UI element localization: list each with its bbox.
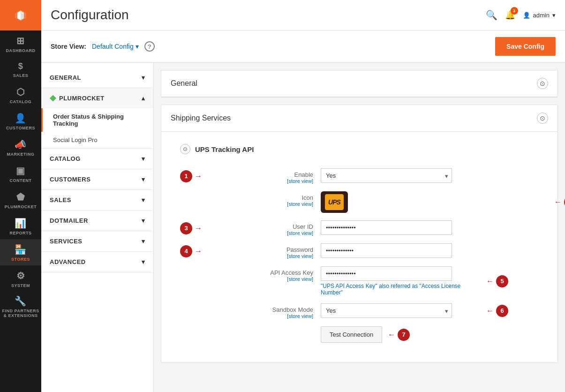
sidebar-item-content[interactable]: ▣ CONTENT [0, 160, 41, 187]
sidebar-item-label: DASHBOARD [6, 48, 36, 53]
search-icon[interactable]: 🔍 [486, 9, 497, 21]
nav-section-customers-label: CUSTOMERS [50, 176, 90, 183]
nav-section-catalog-header[interactable]: CATALOG ▾ [41, 149, 153, 169]
nav-item-order-status[interactable]: Order Status & Shipping Tracking [41, 108, 153, 132]
save-config-button[interactable]: Save Config [495, 37, 556, 56]
sandbox-select[interactable]: Yes No [321, 303, 452, 318]
badge-3: 3 [180, 222, 192, 234]
api-key-label: API Access Key [store view] [227, 266, 321, 282]
sidebar-item-catalog[interactable]: ⬡ CATALOG [0, 82, 41, 108]
storeview-select[interactable]: Default Config ▾ [92, 43, 139, 50]
page-title: Configuration [51, 8, 129, 23]
ups-section: ⊙ UPS Tracking API 1 → Enable [store [171, 139, 548, 355]
enable-select[interactable]: Yes No [321, 168, 452, 183]
chevron-down-icon: ▾ [142, 238, 145, 245]
admin-avatar-icon: 👤 [523, 12, 530, 19]
nav-section-dotmailer-label: DOTMAILER [50, 217, 88, 224]
help-icon[interactable]: ? [144, 41, 155, 52]
arrow-6: ← [486, 307, 494, 315]
password-input[interactable] [321, 243, 452, 258]
admin-dropdown-icon: ▾ [552, 12, 556, 19]
nav-section-advanced: ADVANCED ▾ [41, 252, 153, 272]
sidebar-item-plumrocket[interactable]: ⬟ PLUMROCKET [0, 187, 41, 213]
test-connection-button[interactable]: Test Connection [321, 326, 382, 343]
topbar-actions: 🔍 🔔 3 👤 admin ▾ [486, 9, 556, 21]
config-section-shipping: Shipping Services ⊙ ⊙ UPS Tracking API [161, 105, 558, 363]
section-shipping-title: Shipping Services [171, 114, 231, 122]
userid-control [321, 220, 471, 235]
nav-section-general: GENERAL ▾ [41, 68, 153, 88]
sidebar-item-find-partners[interactable]: 🔧 FIND PARTNERS & EXTENSIONS [0, 292, 41, 322]
chevron-down-icon: ▾ [142, 74, 145, 81]
nav-section-customers-header[interactable]: CUSTOMERS ▾ [41, 169, 153, 189]
content-area: GENERAL ▾ PLUMROCKET ▴ Order Status & Sh… [41, 63, 565, 392]
nav-item-social-login[interactable]: Social Login Pro [41, 132, 153, 148]
nav-section-dotmailer-header[interactable]: DOTMAILER ▾ [41, 211, 153, 231]
password-label: Password [store view] [227, 243, 321, 259]
sidebar-item-reports[interactable]: 📊 REPORTS [0, 213, 41, 239]
sidebar-item-sales[interactable]: $ SALES [0, 57, 41, 82]
sidebar-item-label: CONTENT [10, 178, 32, 183]
admin-username: admin [533, 12, 550, 19]
bell-icon[interactable]: 🔔 3 [505, 10, 515, 20]
sidebar-item-dashboard[interactable]: ⊞ DASHBOARD [0, 30, 41, 57]
badge-5: 5 [496, 275, 508, 287]
admin-user-menu[interactable]: 👤 admin ▾ [523, 12, 556, 19]
form-row-api-key: API Access Key [store view] ← 5 "UPS API… [180, 266, 539, 296]
sandbox-control: Yes No ▾ ← 6 [321, 303, 471, 318]
api-key-control: ← 5 "UPS API Access Key" also referred a… [321, 266, 471, 296]
userid-input[interactable] [321, 220, 452, 235]
sidebar-item-label: SYSTEM [11, 283, 30, 288]
section-shipping-header[interactable]: Shipping Services ⊙ [161, 105, 557, 132]
config-section-general: General ⊙ [161, 70, 558, 98]
sidebar-item-label: MARKETING [7, 152, 35, 157]
badge-1: 1 [180, 170, 192, 182]
topbar: Configuration 🔍 🔔 3 👤 admin ▾ [41, 0, 565, 30]
form-row-userid: 3 → User ID [store view] [180, 220, 539, 236]
nav-section-sales-header[interactable]: SALES ▾ [41, 190, 153, 210]
section-general-title: General [171, 79, 197, 88]
nav-section-advanced-label: ADVANCED [50, 258, 86, 265]
api-key-input[interactable] [321, 266, 452, 281]
arrow-5: ← [486, 277, 494, 286]
storeview-left: Store View: Default Config ▾ ? [51, 41, 155, 52]
shipping-collapse-icon[interactable]: ⊙ [537, 113, 548, 124]
general-collapse-icon[interactable]: ⊙ [537, 78, 548, 89]
sidebar-item-label: CUSTOMERS [6, 126, 35, 130]
api-key-hint: "UPS API Access Key" also referred as "A… [321, 283, 471, 296]
ups-title: UPS Tracking API [195, 145, 254, 153]
badge-4: 4 [180, 245, 192, 257]
dashboard-icon: ⊞ [16, 35, 25, 46]
storeview-label: Store View: [51, 43, 86, 50]
main-content: Configuration 🔍 🔔 3 👤 admin ▾ Store View… [41, 0, 565, 392]
enable-control: Yes No ▾ [321, 168, 471, 183]
nav-section-catalog-label: CATALOG [50, 155, 81, 162]
nav-section-plumrocket-label: PLUMROCKET [59, 95, 105, 102]
sidebar-item-stores[interactable]: 🏪 STORES [0, 239, 41, 265]
sidebar-item-system[interactable]: ⚙ SYSTEM [0, 265, 41, 292]
chevron-up-icon: ▴ [142, 95, 145, 102]
nav-section-sales: SALES ▾ [41, 190, 153, 211]
sandbox-label: Sandbox Mode [store view] [227, 303, 321, 319]
nav-section-general-label: GENERAL [50, 74, 81, 81]
sidebar-item-marketing[interactable]: 📣 MARKETING [0, 134, 41, 160]
ups-header: ⊙ UPS Tracking API [180, 144, 539, 159]
section-general-header[interactable]: General ⊙ [161, 70, 557, 97]
sidebar-item-label: PLUMROCKET [5, 204, 37, 209]
form-row-icon: Icon [store view] UPS ← 2 [180, 191, 539, 213]
sidebar-item-customers[interactable]: 👤 CUSTOMERS [0, 108, 41, 134]
sidebar: ⊞ DASHBOARD $ SALES ⬡ CATALOG 👤 CUSTOMER… [0, 0, 41, 392]
nav-section-advanced-header[interactable]: ADVANCED ▾ [41, 252, 153, 272]
find-partners-icon: 🔧 [15, 295, 27, 307]
sidebar-item-label: FIND PARTNERS & EXTENSIONS [2, 309, 39, 318]
magento-logo [0, 0, 41, 30]
nav-section-services-header[interactable]: SERVICES ▾ [41, 231, 153, 251]
nav-section-general-header[interactable]: GENERAL ▾ [41, 68, 153, 88]
nav-section-plumrocket-header[interactable]: PLUMROCKET ▴ [41, 88, 153, 108]
ups-logo-text: UPS [325, 194, 344, 210]
nav-section-plumrocket-body: Order Status & Shipping Tracking Social … [41, 108, 153, 148]
form-row-enable: 1 → Enable [store view] Yes [180, 168, 539, 184]
ups-collapse-icon[interactable]: ⊙ [180, 144, 190, 154]
arrow-4: → [195, 247, 202, 256]
form-row-test: Test Connection ← 7 [180, 326, 539, 343]
